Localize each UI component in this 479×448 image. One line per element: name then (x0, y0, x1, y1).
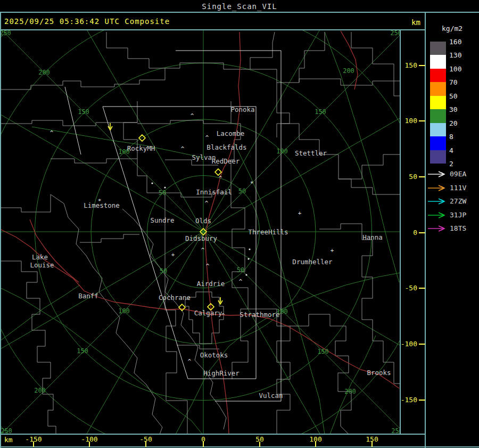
city-label: Didsbury (185, 234, 218, 242)
caret-marker: ^ (206, 263, 210, 270)
city-label: Cochrane (159, 294, 191, 302)
caret-marker: ^ (191, 112, 194, 119)
colorbar-swatch (430, 42, 446, 55)
frame-line-top (0, 12, 479, 13)
bottom-axis-tick (145, 442, 146, 447)
plus-marker: + (171, 251, 175, 258)
legend-site-id: 18TS (450, 224, 466, 232)
colorbar-swatch (430, 150, 446, 164)
city-label: Vulcan (259, 392, 283, 400)
bottom-axis-tick (33, 442, 34, 447)
range-ring-label: 150 (77, 347, 88, 355)
colorbar-swatch (430, 69, 446, 82)
range-ring-label: 50 (238, 188, 246, 195)
right-axis-tick (419, 176, 425, 177)
range-ring-label: 100 (276, 148, 288, 155)
colorbar-value-label: 4 (449, 146, 453, 154)
colorbar-swatch (430, 136, 446, 150)
colorbar-value-label: 100 (449, 65, 461, 73)
window-title: Single_Scan_VIL (0, 2, 479, 11)
city-label: RedDeer (212, 157, 240, 165)
range-ring-label: 200 (38, 69, 50, 76)
dot-marker (164, 186, 166, 188)
right-axis-unit-label: km (411, 18, 420, 27)
frame-line-map-bottom (0, 434, 426, 435)
caret-marker: ^ (205, 200, 209, 207)
caret-marker: ^ (188, 358, 192, 365)
city-label: Ponoka (230, 105, 254, 113)
range-ring-label: 50 (237, 266, 244, 274)
right-axis-tick (419, 400, 425, 401)
colorbar-unit-label: kg/m2 (442, 25, 463, 32)
colorbar-swatch (430, 123, 446, 136)
legend-site-id: 31JP (450, 211, 466, 219)
caret-marker: ^ (221, 312, 225, 319)
city-label: Innisfail (196, 188, 232, 196)
bottom-axis-tick (89, 442, 90, 447)
right-axis-tick (419, 232, 425, 233)
range-ring-label: 50 (159, 189, 166, 197)
dot-marker (247, 258, 249, 259)
colorbar-value-label: 160 (449, 38, 461, 46)
city-label: ThreeHills (248, 228, 288, 236)
caret-marker: ^ (205, 134, 209, 141)
range-ring-label: 200 (343, 67, 354, 75)
legend-site-id: 09EA (450, 170, 466, 178)
range-ring-label: 150 (315, 108, 326, 116)
colorbar-value-label: 2 (449, 160, 453, 168)
city-label: Airdrie (197, 280, 225, 288)
caret-marker: ^ (201, 247, 205, 254)
city-label: Olds (195, 217, 211, 225)
radar-map-canvas[interactable]: 5050505010010010010015015015015020020020… (0, 30, 400, 434)
right-axis-tick (419, 65, 425, 66)
range-ring-label: 50 (160, 267, 167, 275)
right-axis-tick (419, 120, 425, 121)
dot-marker (245, 274, 247, 275)
city-label: Stettler (295, 149, 327, 157)
right-axis-label: -150 (400, 396, 417, 404)
range-ring-label: 250 (390, 30, 400, 37)
right-axis-tick (419, 344, 425, 345)
bottom-axis-tick (203, 442, 204, 447)
plus-marker: + (298, 210, 302, 217)
asterisk-marker: * (98, 198, 102, 205)
colorbar-value-label: 50 (449, 92, 458, 100)
bottom-axis-tick (259, 442, 260, 447)
range-ring-label: 250 (391, 427, 400, 434)
city-label: Limestone (84, 201, 120, 209)
range-ring-label: 150 (78, 108, 89, 116)
right-axis-label: 100 (400, 117, 417, 125)
range-ring-label: 100 (118, 307, 130, 315)
city-label: Blackfalds (207, 143, 246, 151)
colorbar-value-label: 8 (449, 133, 453, 141)
colorbar-value-label: 30 (449, 105, 458, 113)
city-label: Louise (30, 261, 54, 269)
range-ring-label: 200 (34, 387, 46, 394)
dot-marker (249, 248, 250, 250)
frame-line-left (0, 12, 1, 448)
asterisk-marker: * (250, 180, 254, 187)
city-label: Banff (78, 292, 98, 300)
legend-site-id: 111V (450, 184, 466, 192)
frame-line-bottom (0, 446, 479, 447)
colorbar-value-label: 130 (449, 51, 461, 59)
colorbar-swatch (430, 109, 446, 123)
city-label: Brooks (367, 369, 391, 377)
colorbar-swatch (430, 82, 446, 95)
city-label: Hanna (362, 233, 383, 241)
city-label: Strathmore (240, 311, 279, 319)
radar-app-window: Single_Scan_VIL 2025/09/25 05:36:42 UTC … (0, 0, 479, 448)
scan-timestamp: 2025/09/25 05:36:42 UTC Composite (4, 17, 170, 26)
range-ring-label: 150 (317, 348, 329, 355)
city-label: Sundre (150, 216, 174, 224)
colorbar-swatch (430, 55, 446, 68)
right-axis-label: -50 (400, 284, 417, 292)
city-label: RockyMH (127, 144, 155, 152)
radar-site-legend: 09EA111V27ZW31JP18TS (426, 168, 479, 236)
city-label: Lake (32, 253, 48, 261)
right-axis-label: 50 (400, 173, 417, 181)
city-label: Lacombe (217, 129, 245, 137)
city-label: Drumheller (292, 258, 333, 266)
colorbar-value-label: 70 (449, 78, 458, 86)
caret-marker: ^ (181, 145, 185, 152)
